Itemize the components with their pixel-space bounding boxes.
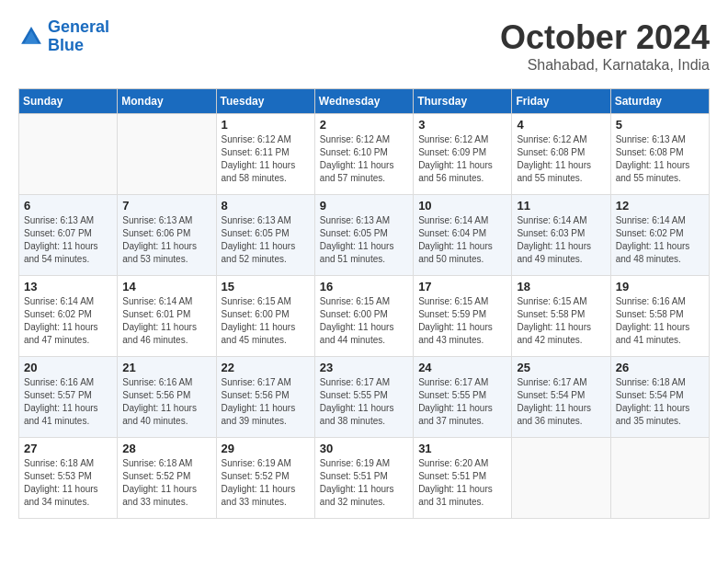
logo: General Blue	[18, 18, 109, 55]
calendar-week-row: 13Sunrise: 6:14 AM Sunset: 6:02 PM Dayli…	[19, 276, 710, 357]
calendar-cell: 2Sunrise: 6:12 AM Sunset: 6:10 PM Daylig…	[314, 114, 413, 195]
calendar-cell: 31Sunrise: 6:20 AM Sunset: 5:51 PM Dayli…	[414, 438, 512, 519]
day-info: Sunrise: 6:18 AM Sunset: 5:52 PM Dayligh…	[122, 457, 210, 509]
day-info: Sunrise: 6:15 AM Sunset: 6:00 PM Dayligh…	[320, 295, 408, 347]
day-number: 7	[122, 199, 210, 213]
day-number: 29	[222, 442, 310, 455]
calendar-cell: 11Sunrise: 6:14 AM Sunset: 6:03 PM Dayli…	[512, 195, 610, 276]
day-number: 4	[517, 118, 605, 132]
day-number: 5	[616, 118, 704, 132]
day-number: 16	[320, 280, 408, 293]
day-info: Sunrise: 6:14 AM Sunset: 6:02 PM Dayligh…	[24, 295, 112, 347]
logo-text: General Blue	[48, 18, 109, 55]
day-info: Sunrise: 6:14 AM Sunset: 6:01 PM Dayligh…	[122, 295, 210, 347]
day-info: Sunrise: 6:13 AM Sunset: 6:05 PM Dayligh…	[222, 214, 310, 266]
calendar-cell	[512, 438, 610, 519]
day-number: 21	[122, 361, 210, 374]
day-info: Sunrise: 6:16 AM Sunset: 5:57 PM Dayligh…	[24, 376, 112, 428]
day-number: 15	[222, 280, 310, 293]
day-info: Sunrise: 6:18 AM Sunset: 5:54 PM Dayligh…	[616, 376, 704, 428]
weekday-row: SundayMondayTuesdayWednesdayThursdayFrid…	[19, 89, 710, 114]
title-block: October 2024 Shahabad, Karnataka, India	[500, 18, 710, 74]
location-subtitle: Shahabad, Karnataka, India	[500, 57, 710, 74]
day-info: Sunrise: 6:12 AM Sunset: 6:08 PM Dayligh…	[517, 133, 605, 185]
day-info: Sunrise: 6:14 AM Sunset: 6:04 PM Dayligh…	[418, 214, 506, 266]
day-number: 28	[122, 442, 210, 455]
day-info: Sunrise: 6:12 AM Sunset: 6:11 PM Dayligh…	[222, 133, 310, 185]
calendar-cell: 9Sunrise: 6:13 AM Sunset: 6:05 PM Daylig…	[314, 195, 413, 276]
day-number: 19	[616, 280, 704, 293]
day-number: 13	[24, 280, 112, 293]
calendar-week-row: 27Sunrise: 6:18 AM Sunset: 5:53 PM Dayli…	[19, 438, 710, 519]
day-number: 18	[517, 280, 605, 293]
day-info: Sunrise: 6:15 AM Sunset: 5:58 PM Dayligh…	[517, 295, 605, 347]
day-info: Sunrise: 6:17 AM Sunset: 5:56 PM Dayligh…	[222, 376, 310, 428]
calendar-week-row: 20Sunrise: 6:16 AM Sunset: 5:57 PM Dayli…	[19, 357, 710, 438]
calendar-cell: 25Sunrise: 6:17 AM Sunset: 5:54 PM Dayli…	[512, 357, 610, 438]
calendar-cell: 8Sunrise: 6:13 AM Sunset: 6:05 PM Daylig…	[216, 195, 314, 276]
day-number: 22	[222, 361, 310, 374]
weekday-header: Tuesday	[216, 89, 314, 114]
calendar-cell: 5Sunrise: 6:13 AM Sunset: 6:08 PM Daylig…	[610, 114, 709, 195]
calendar-table: SundayMondayTuesdayWednesdayThursdayFrid…	[18, 88, 710, 519]
calendar-cell: 27Sunrise: 6:18 AM Sunset: 5:53 PM Dayli…	[19, 438, 118, 519]
calendar-cell: 15Sunrise: 6:15 AM Sunset: 6:00 PM Dayli…	[216, 276, 314, 357]
day-number: 1	[222, 118, 310, 132]
logo-line1: General	[48, 17, 109, 36]
day-number: 24	[418, 361, 506, 374]
calendar-cell: 28Sunrise: 6:18 AM Sunset: 5:52 PM Dayli…	[118, 438, 216, 519]
calendar-body: 1Sunrise: 6:12 AM Sunset: 6:11 PM Daylig…	[19, 114, 710, 519]
day-info: Sunrise: 6:12 AM Sunset: 6:09 PM Dayligh…	[418, 133, 506, 185]
day-info: Sunrise: 6:17 AM Sunset: 5:55 PM Dayligh…	[320, 376, 408, 428]
day-info: Sunrise: 6:15 AM Sunset: 6:00 PM Dayligh…	[222, 295, 310, 347]
calendar-cell: 24Sunrise: 6:17 AM Sunset: 5:55 PM Dayli…	[414, 357, 512, 438]
day-number: 9	[320, 199, 408, 213]
calendar-cell: 22Sunrise: 6:17 AM Sunset: 5:56 PM Dayli…	[216, 357, 314, 438]
calendar-cell: 14Sunrise: 6:14 AM Sunset: 6:01 PM Dayli…	[118, 276, 216, 357]
day-info: Sunrise: 6:13 AM Sunset: 6:08 PM Dayligh…	[616, 133, 704, 185]
day-info: Sunrise: 6:13 AM Sunset: 6:06 PM Dayligh…	[122, 214, 210, 266]
day-info: Sunrise: 6:14 AM Sunset: 6:02 PM Dayligh…	[616, 214, 704, 266]
day-info: Sunrise: 6:14 AM Sunset: 6:03 PM Dayligh…	[517, 214, 605, 266]
calendar-header: SundayMondayTuesdayWednesdayThursdayFrid…	[19, 89, 710, 114]
day-number: 3	[418, 118, 506, 132]
calendar-cell: 20Sunrise: 6:16 AM Sunset: 5:57 PM Dayli…	[19, 357, 118, 438]
day-number: 27	[24, 442, 112, 455]
day-info: Sunrise: 6:15 AM Sunset: 5:59 PM Dayligh…	[418, 295, 506, 347]
day-info: Sunrise: 6:16 AM Sunset: 5:56 PM Dayligh…	[122, 376, 210, 428]
weekday-header: Saturday	[610, 89, 709, 114]
calendar-cell: 13Sunrise: 6:14 AM Sunset: 6:02 PM Dayli…	[19, 276, 118, 357]
calendar-cell	[19, 114, 118, 195]
weekday-header: Sunday	[19, 89, 118, 114]
day-number: 17	[418, 280, 506, 293]
day-number: 2	[320, 118, 408, 132]
day-number: 31	[418, 442, 506, 455]
weekday-header: Wednesday	[314, 89, 413, 114]
day-info: Sunrise: 6:17 AM Sunset: 5:55 PM Dayligh…	[418, 376, 506, 428]
calendar-cell: 21Sunrise: 6:16 AM Sunset: 5:56 PM Dayli…	[118, 357, 216, 438]
day-info: Sunrise: 6:19 AM Sunset: 5:51 PM Dayligh…	[320, 457, 408, 509]
calendar-cell: 29Sunrise: 6:19 AM Sunset: 5:52 PM Dayli…	[216, 438, 314, 519]
day-number: 23	[320, 361, 408, 374]
day-number: 6	[24, 199, 112, 213]
calendar-cell: 30Sunrise: 6:19 AM Sunset: 5:51 PM Dayli…	[314, 438, 413, 519]
calendar-cell	[610, 438, 709, 519]
day-info: Sunrise: 6:13 AM Sunset: 6:05 PM Dayligh…	[320, 214, 408, 266]
logo-line2: Blue	[48, 36, 84, 54]
calendar-cell: 26Sunrise: 6:18 AM Sunset: 5:54 PM Dayli…	[610, 357, 709, 438]
calendar-week-row: 6Sunrise: 6:13 AM Sunset: 6:07 PM Daylig…	[19, 195, 710, 276]
calendar-cell: 16Sunrise: 6:15 AM Sunset: 6:00 PM Dayli…	[314, 276, 413, 357]
day-number: 11	[517, 199, 605, 213]
calendar-cell: 10Sunrise: 6:14 AM Sunset: 6:04 PM Dayli…	[414, 195, 512, 276]
calendar-cell: 19Sunrise: 6:16 AM Sunset: 5:58 PM Dayli…	[610, 276, 709, 357]
day-info: Sunrise: 6:18 AM Sunset: 5:53 PM Dayligh…	[24, 457, 112, 509]
day-info: Sunrise: 6:13 AM Sunset: 6:07 PM Dayligh…	[24, 214, 112, 266]
month-title: October 2024	[500, 18, 710, 57]
calendar-week-row: 1Sunrise: 6:12 AM Sunset: 6:11 PM Daylig…	[19, 114, 710, 195]
day-info: Sunrise: 6:17 AM Sunset: 5:54 PM Dayligh…	[517, 376, 605, 428]
calendar-cell: 17Sunrise: 6:15 AM Sunset: 5:59 PM Dayli…	[414, 276, 512, 357]
day-info: Sunrise: 6:20 AM Sunset: 5:51 PM Dayligh…	[418, 457, 506, 509]
day-info: Sunrise: 6:12 AM Sunset: 6:10 PM Dayligh…	[320, 133, 408, 185]
logo-icon	[18, 24, 44, 50]
calendar-cell: 3Sunrise: 6:12 AM Sunset: 6:09 PM Daylig…	[414, 114, 512, 195]
